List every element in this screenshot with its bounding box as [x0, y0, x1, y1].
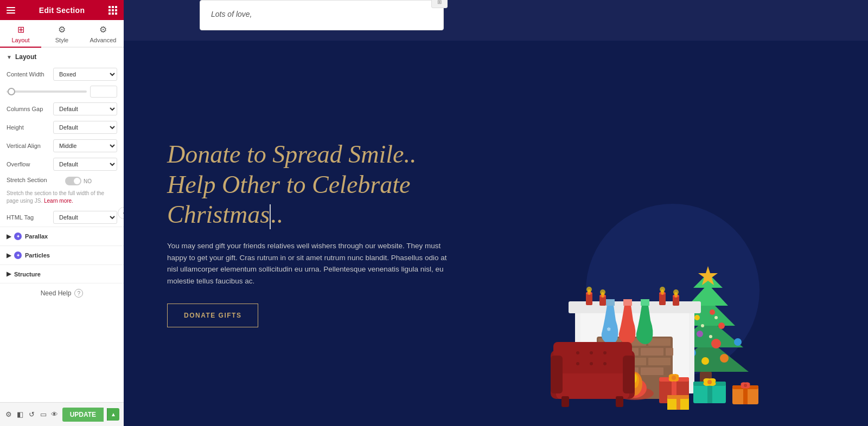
stretch-section-label: Stretch Section	[7, 177, 61, 183]
width-slider-row	[0, 83, 124, 100]
main-section: Donate to Spread Smile.. Help Other to C…	[124, 41, 868, 426]
structure-header[interactable]: ▶ Structure	[0, 265, 124, 283]
tab-advanced-label: Advanced	[90, 37, 117, 43]
stretch-toggle-no: NO	[84, 178, 92, 184]
need-help-text: Need Help	[41, 289, 72, 297]
html-tag-label: HTML Tag	[7, 214, 50, 221]
update-dropdown-button[interactable]: ▲	[107, 408, 119, 421]
structure-label: Structure	[14, 271, 41, 277]
panel-header: Edit Section	[0, 0, 124, 20]
svg-point-86	[707, 380, 712, 384]
panel-title: Edit Section	[39, 6, 85, 15]
donate-title-line2: Help Other to Celebrate Christmas..	[167, 171, 410, 228]
christmas-scene-svg: ❄	[521, 193, 792, 410]
panel-tabs: ⊞ Layout ⚙ Style ⚙ Advanced	[0, 20, 124, 48]
svg-point-92	[744, 384, 747, 387]
parallax-section: ▶ ✦ Parallax	[0, 227, 124, 246]
svg-rect-61	[641, 299, 649, 306]
parallax-header[interactable]: ▶ ✦ Parallax	[0, 227, 124, 246]
columns-gap-select[interactable]: Default No Gap Narrow Extended Wide Wide…	[53, 102, 117, 115]
tab-layout-label: Layout	[11, 37, 29, 43]
tab-advanced[interactable]: ⚙ Advanced	[82, 20, 124, 48]
svg-point-74	[603, 362, 607, 365]
bottom-toolbar: ⚙ ◧ ↺ ▭ 👁 UPDATE ▲	[0, 402, 124, 426]
height-label: Height	[7, 124, 50, 131]
svg-rect-29	[641, 348, 663, 356]
update-button[interactable]: UPDATE	[62, 408, 104, 422]
vertical-align-label: Vertical Align	[7, 143, 50, 149]
donate-gifts-button[interactable]: DONATE GIFTS	[167, 304, 258, 327]
html-tag-row: HTML Tag Default div header footer secti…	[0, 208, 124, 227]
width-slider-track[interactable]	[7, 91, 87, 93]
content-width-label: Content Width	[7, 71, 50, 78]
overflow-row: Overflow Default Hidden	[0, 155, 124, 173]
parallax-icon: ✦	[14, 233, 22, 240]
svg-rect-63	[556, 372, 629, 399]
panel-footer: Need Help ?	[0, 283, 124, 303]
particles-header[interactable]: ▶ ✦ Particles	[0, 246, 124, 264]
svg-point-71	[603, 351, 607, 354]
svg-point-8	[711, 339, 721, 348]
vertical-align-select[interactable]: Middle Top Bottom	[53, 139, 117, 152]
vertical-align-row: Vertical Align Middle Top Bottom	[0, 137, 124, 155]
style-icon: ⚙	[58, 24, 66, 35]
top-card-area: Lots of love, ⊞	[200, 0, 444, 30]
svg-point-73	[590, 362, 593, 365]
columns-gap-label: Columns Gap	[7, 106, 50, 112]
width-value-input[interactable]	[90, 86, 117, 98]
svg-point-57	[673, 289, 679, 295]
svg-rect-42	[586, 293, 592, 305]
svg-rect-68	[616, 396, 623, 407]
svg-point-17	[709, 335, 712, 338]
history-toolbar-icon[interactable]: ↺	[28, 408, 36, 422]
svg-rect-59	[623, 299, 632, 306]
structure-arrow: ▶	[7, 270, 11, 277]
card-handle-icon: ⊞	[437, 0, 442, 5]
help-icon[interactable]: ?	[74, 289, 83, 298]
overflow-select[interactable]: Default Hidden	[53, 158, 117, 171]
card-text: Lots of love,	[211, 10, 252, 18]
learn-more-link[interactable]: Learn more.	[44, 198, 73, 204]
parallax-arrow: ▶	[7, 233, 11, 240]
top-card: Lots of love, ⊞	[200, 0, 444, 30]
layout-arrow: ▼	[7, 54, 12, 60]
svg-text:❄: ❄	[607, 326, 611, 332]
donate-title-line1: Donate to Spread Smile..	[167, 140, 417, 168]
svg-point-13	[701, 357, 709, 365]
width-slider-thumb[interactable]	[8, 88, 15, 95]
tab-layout[interactable]: ⊞ Layout	[0, 20, 41, 48]
layout-section-heading[interactable]: ▼ Layout	[0, 48, 124, 65]
svg-rect-50	[659, 293, 666, 305]
height-row: Height Default Fit To Screen Min Height	[0, 118, 124, 137]
settings-toolbar-icon[interactable]: ⚙	[4, 408, 12, 422]
donate-title: Donate to Spread Smile.. Help Other to C…	[167, 139, 449, 229]
tab-style[interactable]: ⚙ Style	[41, 20, 82, 48]
content-width-row: Content Width Boxed Full Width	[0, 65, 124, 83]
svg-point-12	[718, 322, 725, 329]
html-tag-select[interactable]: Default div header footer section articl…	[53, 211, 117, 224]
panel-body: ▼ Layout Content Width Boxed Full Width …	[0, 48, 124, 426]
stretch-toggle-switch[interactable]: NO	[65, 177, 92, 185]
stretch-toggle-pill[interactable]	[65, 177, 81, 185]
content-width-select[interactable]: Boxed Full Width	[53, 68, 117, 81]
svg-rect-65	[551, 356, 563, 393]
layers-toolbar-icon[interactable]: ◧	[16, 408, 24, 422]
columns-gap-row: Columns Gap Default No Gap Narrow Extend…	[0, 100, 124, 118]
height-select[interactable]: Default Fit To Screen Min Height	[53, 121, 117, 134]
svg-point-45	[586, 287, 592, 292]
mobile-toolbar-icon[interactable]: ▭	[39, 408, 47, 422]
particles-section: ▶ ✦ Particles	[0, 246, 124, 264]
svg-point-53	[660, 287, 665, 292]
svg-point-10	[720, 354, 729, 363]
overflow-label: Overflow	[7, 161, 50, 167]
svg-rect-33	[648, 358, 671, 365]
svg-point-80	[672, 376, 676, 380]
eye-toolbar-icon[interactable]: 👁	[50, 408, 59, 422]
svg-point-72	[576, 362, 579, 365]
hamburger-icon[interactable]	[7, 7, 15, 14]
grid-icon[interactable]	[108, 6, 117, 15]
card-handle[interactable]: ⊞	[431, 0, 448, 8]
left-text-column: Donate to Spread Smile.. Help Other to C…	[167, 139, 471, 327]
right-illustration: ❄	[471, 41, 825, 426]
stretch-help-text: Stretch the section to the full width of…	[0, 189, 124, 208]
